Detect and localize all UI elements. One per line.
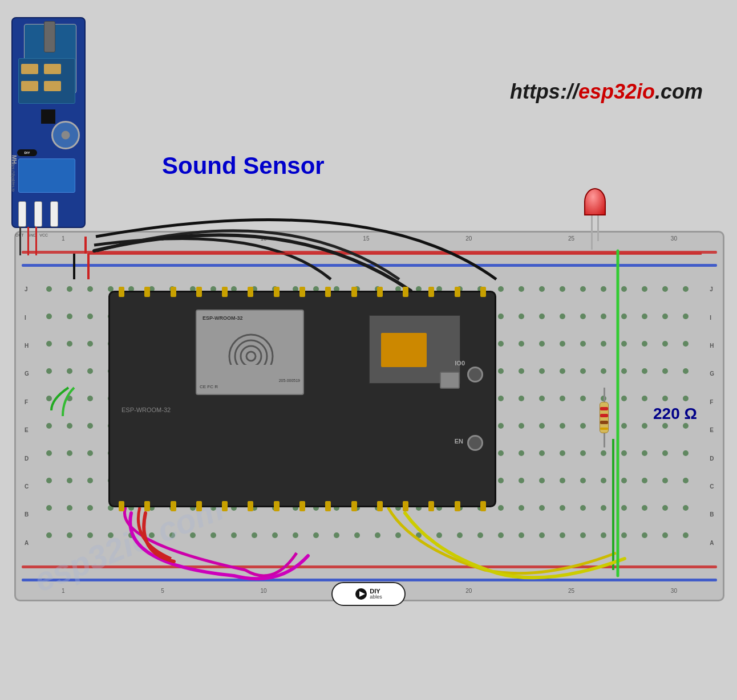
wifi-module-box: ESP-WROOM-32 CE FC R 205-000519	[196, 310, 304, 395]
esp32-text: ESP-WROOM-32	[122, 406, 171, 413]
band-1	[600, 407, 608, 410]
mic-slot	[44, 21, 55, 52]
esp-cert: CE FC R	[200, 384, 218, 389]
esp-pin	[222, 501, 228, 511]
esp-pin	[274, 287, 280, 297]
en-label: EN	[455, 438, 463, 445]
esp-pin	[325, 501, 331, 511]
esp32-top-pins	[119, 287, 486, 297]
row-labels-right: JIHGF EDCBA	[710, 275, 714, 557]
sensor-logo: DIY	[17, 149, 37, 156]
diyables-text: DIY ables	[370, 588, 382, 600]
esp-pin	[222, 287, 228, 297]
esp-pin	[171, 287, 176, 297]
esp-pin	[403, 287, 408, 297]
esp-pin	[480, 287, 486, 297]
sound-sensor-label: Sound Sensor	[162, 152, 325, 180]
sensor-pins-container	[18, 201, 58, 227]
esp-pin	[325, 287, 331, 297]
esp-fcc: 205-000519	[279, 379, 300, 382]
resistor-body	[600, 402, 609, 433]
esp-pin	[351, 287, 357, 297]
resistor-wire-top	[604, 388, 605, 402]
resistor-component	[600, 388, 609, 447]
esp-pin	[248, 287, 253, 297]
esp-pin	[274, 501, 280, 511]
esp-pin	[377, 287, 383, 297]
esp-pin	[377, 501, 383, 511]
url-https: https://	[510, 80, 578, 103]
sensor-blue-area	[18, 158, 75, 193]
esp-pin	[455, 501, 460, 511]
esp-pin	[144, 501, 150, 511]
row-labels-left: JIHGF EDCBA	[25, 275, 29, 557]
esp-pin	[248, 501, 253, 511]
comp-resistor1	[21, 64, 38, 74]
led-body	[584, 188, 606, 215]
esp-model-text: ESP-WROOM-32	[203, 315, 243, 321]
io0-label: IO0	[455, 360, 465, 367]
band-4	[600, 428, 608, 430]
svg-point-2	[246, 352, 256, 361]
esp-pin	[351, 501, 357, 511]
io0-button[interactable]	[467, 367, 483, 382]
esp-pin	[119, 501, 124, 511]
esp-pin	[480, 501, 486, 511]
url-esp32io: esp32io	[578, 80, 655, 103]
esp-pin	[144, 287, 150, 297]
top-rail-red	[22, 251, 717, 254]
top-rail-blue	[22, 264, 717, 267]
esp32-module: ESP-WROOM-32 CE FC R 205-000519 IO0 EN	[108, 291, 496, 507]
esp-pin	[299, 287, 305, 297]
website-url[interactable]: https://esp32io.com	[510, 80, 703, 104]
esp-pin	[196, 501, 202, 511]
diyables-play-icon	[355, 588, 367, 600]
bottom-rail-blue	[22, 579, 717, 581]
sensor-url-text: https://diyables.io	[11, 161, 15, 192]
sound-sensor-module: MH DIY https://diyables.io OUT GND VCC	[11, 17, 86, 228]
pin-out	[18, 201, 26, 227]
esp-pin	[299, 501, 305, 511]
esp-pin	[196, 287, 202, 297]
pin-vcc	[50, 201, 58, 227]
esp-pin	[455, 287, 460, 297]
svg-point-3	[241, 346, 261, 365]
led-leg-cathode	[597, 215, 599, 241]
url-dot-com: .com	[655, 80, 703, 103]
led-legs	[584, 215, 606, 250]
resistor-wire-bottom	[604, 433, 605, 447]
esp-pin	[428, 501, 434, 511]
diyables-logo: DIY ables	[331, 582, 406, 606]
wire-gnd	[27, 227, 29, 255]
esp32-chip-area	[369, 315, 460, 384]
usb-port	[440, 372, 460, 389]
trimpot	[51, 121, 80, 149]
led-leg-anode	[591, 215, 593, 250]
resistor-label: 220 Ω	[653, 405, 697, 423]
label-vcc: VCC	[39, 233, 48, 237]
comp-resistor3	[21, 81, 38, 91]
esp-pin	[171, 501, 176, 511]
black-ic	[41, 109, 55, 124]
comp-resistor2	[44, 64, 61, 74]
bottom-rail-red	[22, 565, 717, 568]
main-container: https://esp32io.com Sound Sensor	[0, 0, 737, 700]
esp32-bottom-pins	[119, 501, 486, 511]
led-component	[584, 188, 606, 250]
band-3	[600, 421, 608, 424]
esp-pin	[403, 501, 408, 511]
wire-vcc	[35, 227, 37, 255]
band-2	[600, 414, 608, 417]
wire-out	[19, 227, 21, 255]
esp-pin	[119, 287, 124, 297]
pin-gnd	[34, 201, 42, 227]
esp32-main-chip	[381, 333, 427, 367]
esp-pin	[428, 287, 434, 297]
comp-resistor4	[44, 81, 61, 91]
en-button[interactable]	[467, 435, 483, 451]
wifi-symbol	[225, 325, 277, 365]
